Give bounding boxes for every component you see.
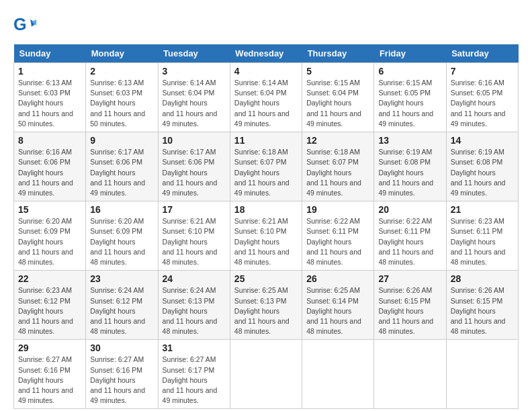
day-number: 1 [18, 66, 81, 77]
calendar-cell [230, 340, 302, 409]
day-number: 22 [18, 273, 81, 284]
calendar-cell: 2 Sunrise: 6:13 AM Sunset: 6:03 PM Dayli… [86, 63, 158, 132]
calendar-week-1: 1 Sunrise: 6:13 AM Sunset: 6:03 PM Dayli… [14, 63, 519, 132]
day-number: 24 [163, 273, 226, 284]
page-header: G [13, 13, 519, 38]
day-info: Sunrise: 6:20 AM Sunset: 6:09 PM Dayligh… [18, 216, 81, 267]
calendar-cell: 29 Sunrise: 6:27 AM Sunset: 6:16 PM Dayl… [14, 340, 86, 409]
day-number: 15 [18, 204, 81, 215]
calendar-week-5: 29 Sunrise: 6:27 AM Sunset: 6:16 PM Dayl… [14, 340, 519, 409]
calendar-cell: 19 Sunrise: 6:22 AM Sunset: 6:11 PM Dayl… [302, 201, 374, 271]
calendar-cell [374, 340, 446, 409]
day-info: Sunrise: 6:13 AM Sunset: 6:03 PM Dayligh… [18, 78, 81, 129]
day-number: 16 [90, 204, 153, 215]
calendar-cell: 12 Sunrise: 6:18 AM Sunset: 6:07 PM Dayl… [302, 132, 374, 201]
day-info: Sunrise: 6:27 AM Sunset: 6:16 PM Dayligh… [18, 355, 81, 406]
day-number: 29 [18, 342, 81, 353]
calendar-cell: 28 Sunrise: 6:26 AM Sunset: 6:15 PM Dayl… [446, 271, 518, 340]
day-number: 27 [378, 273, 441, 284]
day-info: Sunrise: 6:14 AM Sunset: 6:04 PM Dayligh… [163, 78, 226, 129]
day-number: 2 [90, 66, 153, 77]
calendar-cell: 5 Sunrise: 6:15 AM Sunset: 6:04 PM Dayli… [302, 63, 374, 132]
weekday-header-friday: Friday [374, 44, 446, 63]
weekday-header-wednesday: Wednesday [230, 44, 302, 63]
day-info: Sunrise: 6:27 AM Sunset: 6:16 PM Dayligh… [90, 355, 153, 406]
day-info: Sunrise: 6:16 AM Sunset: 6:06 PM Dayligh… [18, 147, 81, 198]
calendar-cell: 14 Sunrise: 6:19 AM Sunset: 6:08 PM Dayl… [446, 132, 518, 201]
calendar-cell: 31 Sunrise: 6:27 AM Sunset: 6:17 PM Dayl… [158, 340, 230, 409]
calendar-cell: 26 Sunrise: 6:25 AM Sunset: 6:14 PM Dayl… [302, 271, 374, 340]
day-number: 18 [234, 204, 298, 215]
day-info: Sunrise: 6:19 AM Sunset: 6:08 PM Dayligh… [378, 147, 441, 198]
day-info: Sunrise: 6:23 AM Sunset: 6:11 PM Dayligh… [451, 216, 514, 267]
weekday-header-saturday: Saturday [446, 44, 518, 63]
calendar-cell: 6 Sunrise: 6:15 AM Sunset: 6:05 PM Dayli… [374, 63, 446, 132]
weekday-header-monday: Monday [86, 44, 158, 63]
day-info: Sunrise: 6:26 AM Sunset: 6:15 PM Dayligh… [378, 285, 441, 336]
calendar-cell: 20 Sunrise: 6:22 AM Sunset: 6:11 PM Dayl… [374, 201, 446, 271]
day-number: 14 [451, 135, 514, 146]
day-info: Sunrise: 6:25 AM Sunset: 6:13 PM Dayligh… [234, 285, 298, 336]
day-info: Sunrise: 6:19 AM Sunset: 6:08 PM Dayligh… [451, 147, 514, 198]
day-info: Sunrise: 6:22 AM Sunset: 6:11 PM Dayligh… [306, 216, 369, 267]
day-info: Sunrise: 6:15 AM Sunset: 6:04 PM Dayligh… [306, 78, 369, 129]
day-info: Sunrise: 6:13 AM Sunset: 6:03 PM Dayligh… [90, 78, 153, 129]
calendar-body: 1 Sunrise: 6:13 AM Sunset: 6:03 PM Dayli… [14, 63, 519, 409]
day-info: Sunrise: 6:18 AM Sunset: 6:07 PM Dayligh… [306, 147, 369, 198]
day-info: Sunrise: 6:14 AM Sunset: 6:04 PM Dayligh… [234, 78, 298, 129]
calendar-cell: 22 Sunrise: 6:23 AM Sunset: 6:12 PM Dayl… [14, 271, 86, 340]
weekday-header-thursday: Thursday [302, 44, 374, 63]
logo: G [13, 13, 40, 38]
calendar-cell: 24 Sunrise: 6:24 AM Sunset: 6:13 PM Dayl… [158, 271, 230, 340]
day-number: 20 [378, 204, 441, 215]
day-info: Sunrise: 6:16 AM Sunset: 6:05 PM Dayligh… [451, 78, 514, 129]
day-number: 4 [234, 66, 298, 77]
day-number: 17 [163, 204, 226, 215]
day-number: 11 [234, 135, 298, 146]
day-info: Sunrise: 6:20 AM Sunset: 6:09 PM Dayligh… [90, 216, 153, 267]
day-info: Sunrise: 6:17 AM Sunset: 6:06 PM Dayligh… [90, 147, 153, 198]
day-info: Sunrise: 6:17 AM Sunset: 6:06 PM Dayligh… [163, 147, 226, 198]
calendar-cell: 23 Sunrise: 6:24 AM Sunset: 6:12 PM Dayl… [86, 271, 158, 340]
day-number: 13 [378, 135, 441, 146]
calendar-cell: 8 Sunrise: 6:16 AM Sunset: 6:06 PM Dayli… [14, 132, 86, 201]
calendar-cell: 15 Sunrise: 6:20 AM Sunset: 6:09 PM Dayl… [14, 201, 86, 271]
calendar-cell: 21 Sunrise: 6:23 AM Sunset: 6:11 PM Dayl… [446, 201, 518, 271]
day-number: 28 [451, 273, 514, 284]
calendar-cell: 16 Sunrise: 6:20 AM Sunset: 6:09 PM Dayl… [86, 201, 158, 271]
calendar-cell: 10 Sunrise: 6:17 AM Sunset: 6:06 PM Dayl… [158, 132, 230, 201]
calendar-week-2: 8 Sunrise: 6:16 AM Sunset: 6:06 PM Dayli… [14, 132, 519, 201]
calendar-week-3: 15 Sunrise: 6:20 AM Sunset: 6:09 PM Dayl… [14, 201, 519, 271]
day-info: Sunrise: 6:24 AM Sunset: 6:13 PM Dayligh… [163, 285, 226, 336]
calendar-cell: 18 Sunrise: 6:21 AM Sunset: 6:10 PM Dayl… [230, 201, 302, 271]
calendar-cell: 9 Sunrise: 6:17 AM Sunset: 6:06 PM Dayli… [86, 132, 158, 201]
calendar-cell: 4 Sunrise: 6:14 AM Sunset: 6:04 PM Dayli… [230, 63, 302, 132]
calendar-cell: 3 Sunrise: 6:14 AM Sunset: 6:04 PM Dayli… [158, 63, 230, 132]
day-number: 21 [451, 204, 514, 215]
calendar-cell: 30 Sunrise: 6:27 AM Sunset: 6:16 PM Dayl… [86, 340, 158, 409]
svg-text:G: G [13, 15, 27, 34]
weekday-header-tuesday: Tuesday [158, 44, 230, 63]
calendar-cell: 25 Sunrise: 6:25 AM Sunset: 6:13 PM Dayl… [230, 271, 302, 340]
calendar-cell: 11 Sunrise: 6:18 AM Sunset: 6:07 PM Dayl… [230, 132, 302, 201]
calendar-cell: 17 Sunrise: 6:21 AM Sunset: 6:10 PM Dayl… [158, 201, 230, 271]
day-info: Sunrise: 6:22 AM Sunset: 6:11 PM Dayligh… [378, 216, 441, 267]
day-info: Sunrise: 6:26 AM Sunset: 6:15 PM Dayligh… [451, 285, 514, 336]
calendar-cell: 1 Sunrise: 6:13 AM Sunset: 6:03 PM Dayli… [14, 63, 86, 132]
calendar-cell: 13 Sunrise: 6:19 AM Sunset: 6:08 PM Dayl… [374, 132, 446, 201]
day-number: 5 [306, 66, 369, 77]
day-info: Sunrise: 6:24 AM Sunset: 6:12 PM Dayligh… [90, 285, 153, 336]
day-number: 7 [451, 66, 514, 77]
day-number: 30 [90, 342, 153, 353]
calendar-cell [446, 340, 518, 409]
day-info: Sunrise: 6:21 AM Sunset: 6:10 PM Dayligh… [234, 216, 298, 267]
calendar-week-4: 22 Sunrise: 6:23 AM Sunset: 6:12 PM Dayl… [14, 271, 519, 340]
day-number: 19 [306, 204, 369, 215]
calendar-cell: 27 Sunrise: 6:26 AM Sunset: 6:15 PM Dayl… [374, 271, 446, 340]
day-number: 12 [306, 135, 369, 146]
calendar-cell: 7 Sunrise: 6:16 AM Sunset: 6:05 PM Dayli… [446, 63, 518, 132]
day-info: Sunrise: 6:25 AM Sunset: 6:14 PM Dayligh… [306, 285, 369, 336]
day-number: 31 [163, 342, 226, 353]
weekday-header-sunday: Sunday [14, 44, 86, 63]
day-number: 25 [234, 273, 298, 284]
